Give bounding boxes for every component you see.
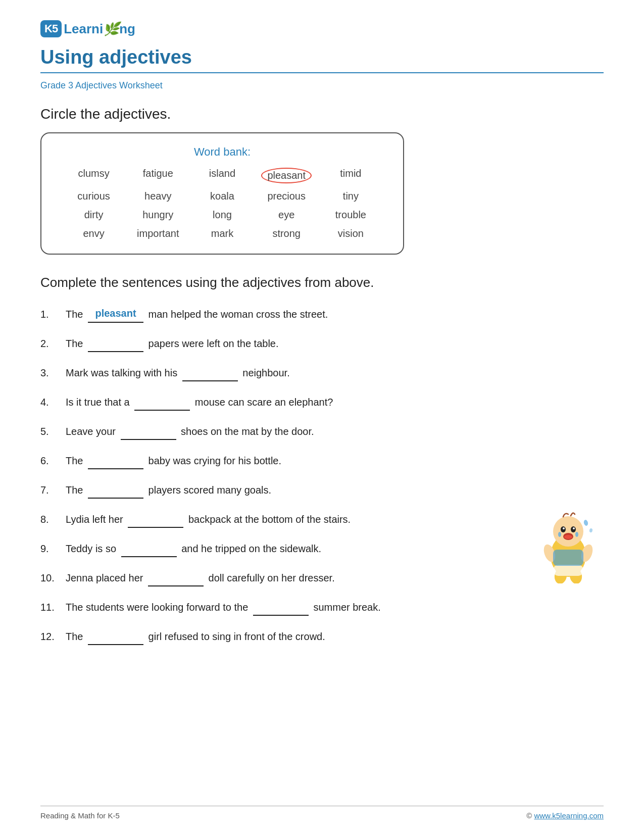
svg-point-1 [553, 516, 583, 547]
sentence-text-3: Mark was talking with his neighbour. [66, 363, 604, 381]
word-important: important [126, 228, 190, 239]
sentence-3: 3. Mark was talking with his neighbour. [40, 363, 604, 381]
sentence-num-12: 12. [40, 631, 66, 643]
sentence-9: 9. Teddy is so and he tripped on the sid… [40, 539, 604, 557]
footer-link[interactable]: www.k5learning.com [534, 811, 604, 820]
sentence-2: 2. The papers were left on the table. [40, 334, 604, 352]
logo-learning-text: Learni🌿ng [64, 21, 135, 37]
blank-12 [88, 627, 143, 645]
svg-point-9 [575, 532, 578, 537]
sentence-text-9: Teddy is so and he tripped on the sidewa… [66, 539, 604, 557]
sentence-text-2: The papers were left on the table. [66, 334, 604, 352]
sentence-num-1: 1. [40, 309, 66, 320]
sentence-text-10: Jenna placed her doll carefully on her d… [66, 568, 604, 586]
svg-point-16 [583, 519, 589, 526]
word-pleasant: pleasant [255, 168, 319, 183]
word-timid: timid [319, 168, 383, 183]
sentence-7: 7. The players scored many goals. [40, 480, 604, 499]
word-trouble: trouble [319, 209, 383, 221]
svg-point-8 [558, 532, 561, 537]
sentence-text-12: The girl refused to sing in front of the… [66, 627, 604, 645]
word-precious: precious [255, 190, 319, 202]
svg-point-5 [573, 527, 575, 529]
sentence-text-11: The students were looking forward to the… [66, 598, 604, 616]
word-clumsy: clumsy [62, 168, 126, 183]
blank-10 [148, 568, 204, 586]
word-bank-box: Word bank: clumsy fatigue island pleasan… [40, 132, 404, 255]
word-tiny: tiny [319, 190, 383, 202]
svg-point-3 [571, 526, 576, 532]
sentence-num-11: 11. [40, 602, 66, 613]
svg-rect-15 [553, 550, 583, 566]
blank-9 [121, 539, 177, 557]
blank-3 [182, 363, 238, 381]
sentence-6: 6. The baby was crying for his bottle. [40, 451, 604, 469]
logo-box: K5 [40, 20, 62, 37]
word-eye: eye [255, 209, 319, 221]
blank-11 [253, 598, 309, 616]
page-title: Using adjectives [40, 46, 604, 68]
footer-divider [40, 806, 604, 806]
sentence-num-9: 9. [40, 543, 66, 555]
word-mark: mark [190, 228, 254, 239]
logo: K5 Learni🌿ng [40, 20, 604, 37]
svg-rect-14 [553, 565, 583, 576]
word-dirty: dirty [62, 209, 126, 221]
sentence-num-10: 10. [40, 572, 66, 584]
sentence-num-2: 2. [40, 338, 66, 350]
word-fatigue: fatigue [126, 168, 190, 183]
word-island: island [190, 168, 254, 183]
footer: Reading & Math for K-5 © www.k5learning.… [40, 811, 604, 820]
sentence-1: 1. The pleasant man helped the woman cro… [40, 305, 604, 323]
footer-left: Reading & Math for K-5 [40, 811, 120, 820]
title-divider [40, 72, 604, 73]
blank-6 [88, 451, 143, 469]
sentence-4: 4. Is it true that a mouse can scare an … [40, 393, 604, 411]
sentence-text-6: The baby was crying for his bottle. [66, 451, 604, 469]
blank-5 [121, 422, 176, 440]
word-strong: strong [255, 228, 319, 239]
word-bank-title: Word bank: [62, 145, 383, 159]
sentence-num-8: 8. [40, 514, 66, 525]
baby-illustration [535, 505, 601, 585]
sentence-text-1: The pleasant man helped the woman cross … [66, 305, 604, 323]
word-curious: curious [62, 190, 126, 202]
word-long: long [190, 209, 254, 221]
word-koala: koala [190, 190, 254, 202]
word-vision: vision [319, 228, 383, 239]
sentence-num-4: 4. [40, 397, 66, 408]
sentence-num-6: 6. [40, 455, 66, 467]
sentence-12: 12. The girl refused to sing in front of… [40, 627, 604, 645]
footer-right: © www.k5learning.com [526, 811, 604, 820]
blank-2 [88, 334, 143, 352]
sentence-text-8: Lydia left her backpack at the bottom of… [66, 510, 604, 528]
sentence-num-7: 7. [40, 484, 66, 496]
complete-heading: Complete the sentences using the adjecti… [40, 275, 604, 290]
circle-heading: Circle the adjectives. [40, 106, 604, 122]
sentence-text-5: Leave your shoes on the mat by the door. [66, 422, 604, 440]
blank-8 [128, 510, 183, 528]
word-hungry: hungry [126, 209, 190, 221]
sentence-num-3: 3. [40, 367, 66, 379]
logo-k5-text: K5 [44, 22, 58, 35]
sentence-text-7: The players scored many goals. [66, 480, 604, 499]
sentence-5: 5. Leave your shoes on the mat by the do… [40, 422, 604, 440]
sentence-num-5: 5. [40, 426, 66, 437]
svg-point-4 [563, 527, 565, 529]
svg-point-7 [564, 535, 572, 539]
answer-1: pleasant [88, 305, 143, 323]
sentence-text-4: Is it true that a mouse can scare an ele… [66, 393, 604, 411]
svg-point-2 [561, 526, 566, 532]
sentence-11: 11. The students were looking forward to… [40, 598, 604, 616]
word-bank-grid: clumsy fatigue island pleasant timid cur… [62, 168, 383, 239]
sentence-10: 10. Jenna placed her doll carefully on h… [40, 568, 604, 586]
svg-point-17 [589, 528, 592, 533]
word-envy: envy [62, 228, 126, 239]
blank-7 [88, 480, 143, 499]
sentence-list: 1. The pleasant man helped the woman cro… [40, 305, 604, 645]
subtitle: Grade 3 Adjectives Worksheet [40, 80, 604, 91]
blank-4 [134, 393, 190, 411]
word-heavy: heavy [126, 190, 190, 202]
sentence-8: 8. Lydia left her backpack at the bottom… [40, 510, 604, 528]
